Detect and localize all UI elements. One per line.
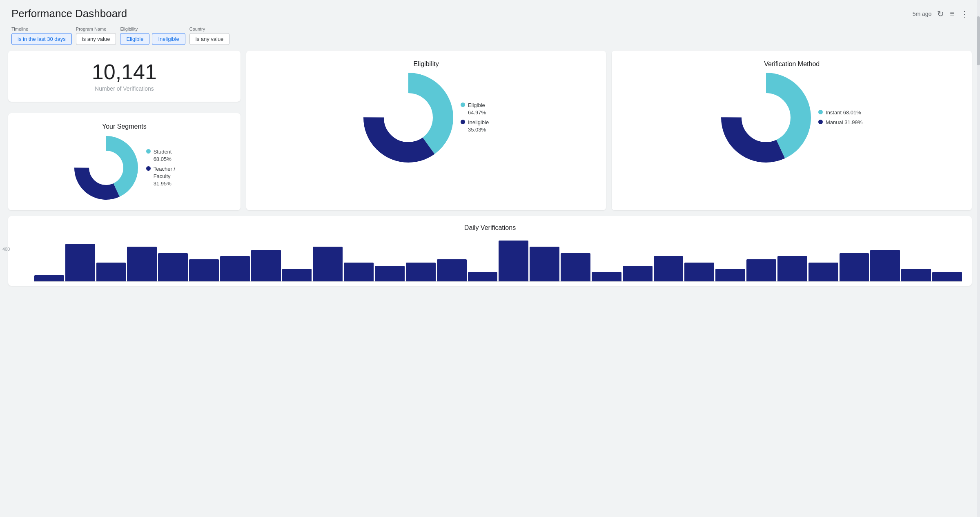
- chart-baseline: [34, 281, 962, 282]
- refresh-icon[interactable]: ↻: [937, 9, 944, 19]
- manual-dot: [818, 120, 823, 124]
- eligibility-donut-container: Eligible64.97% Ineligible35.03%: [256, 73, 597, 163]
- filters-row: Timeline is in the last 30 days Program …: [0, 23, 980, 51]
- segments-title: Your Segments: [18, 123, 231, 130]
- bar: [437, 259, 467, 281]
- instant-legend-item: Instant 68.01%: [818, 109, 862, 116]
- segments-donut: [74, 135, 139, 201]
- instant-dot: [818, 110, 823, 114]
- bar: [808, 263, 838, 281]
- timestamp-label: 5m ago: [913, 11, 932, 17]
- bar: [65, 244, 95, 281]
- bar: [530, 247, 559, 281]
- top-row: 10,141 Number of Verifications Your Segm…: [8, 51, 972, 210]
- bar: [901, 269, 931, 281]
- bar: [870, 250, 900, 281]
- bar: [561, 253, 590, 281]
- scrollbar-track: [977, 0, 980, 517]
- eligible-chip[interactable]: Eligible: [120, 33, 149, 45]
- verification-legend: Instant 68.01% Manual 31.99%: [818, 109, 862, 126]
- teacher-dot: [146, 166, 151, 171]
- ineligible-chip[interactable]: Ineligible: [152, 33, 185, 45]
- bar: [654, 256, 684, 281]
- country-label: Country: [189, 27, 230, 31]
- segments-donut-container: Student68.05% Teacher /Faculty31.95%: [18, 135, 231, 201]
- header-actions: 5m ago ↻ ≡ ⋮: [913, 9, 969, 19]
- bar: [684, 263, 714, 281]
- instant-legend-text: Instant 68.01%: [826, 109, 861, 116]
- bar: [746, 259, 776, 281]
- student-dot: [146, 149, 151, 154]
- bar: [282, 269, 312, 281]
- eligibility-card-title: Eligibility: [256, 60, 597, 68]
- verification-card-title: Verification Method: [621, 60, 962, 68]
- ineligible-legend-item: Ineligible35.03%: [461, 119, 489, 134]
- scrollbar-thumb[interactable]: [977, 16, 980, 65]
- bar: [34, 275, 64, 281]
- svg-point-8: [743, 95, 789, 140]
- bar: [499, 241, 528, 281]
- eligibility-chips: Eligible Ineligible: [120, 33, 185, 45]
- verifications-card: 10,141 Number of Verifications: [8, 51, 241, 102]
- teacher-legend-item: Teacher /Faculty31.95%: [146, 165, 175, 188]
- eligible-dot: [461, 103, 465, 107]
- bar: [592, 272, 621, 281]
- bar: [777, 256, 807, 281]
- eligible-legend-text: Eligible64.97%: [468, 102, 486, 116]
- svg-point-5: [385, 95, 431, 140]
- bar: [840, 253, 869, 281]
- chart-wrapper: 400: [18, 236, 962, 282]
- bar-chart-area: [34, 236, 962, 281]
- program-filter: Program Name is any value: [76, 27, 116, 45]
- bar: [96, 263, 126, 281]
- eligibility-filter: Eligibility Eligible Ineligible: [120, 27, 185, 45]
- bar: [344, 263, 374, 281]
- eligible-legend-item: Eligible64.97%: [461, 102, 489, 116]
- verifications-label: Number of Verifications: [18, 85, 231, 92]
- segments-card: Your Segments Student68.0: [8, 113, 241, 210]
- page-title: Performance Dashboard: [11, 7, 127, 20]
- timeline-chip[interactable]: is in the last 30 days: [11, 33, 72, 45]
- program-label: Program Name: [76, 27, 116, 31]
- bar: [406, 263, 436, 281]
- verification-donut: [721, 73, 811, 163]
- bar: [375, 266, 405, 281]
- segments-legend: Student68.05% Teacher /Faculty31.95%: [146, 148, 175, 188]
- eligibility-label: Eligibility: [120, 27, 185, 31]
- more-icon[interactable]: ⋮: [960, 9, 969, 19]
- ineligible-dot: [461, 120, 465, 124]
- bar: [313, 247, 343, 281]
- eligibility-donut: [363, 73, 453, 163]
- manual-legend-text: Manual 31.99%: [826, 119, 862, 126]
- eligibility-legend: Eligible64.97% Ineligible35.03%: [461, 102, 489, 134]
- verification-card: Verification Method Instant 68.01%: [612, 51, 972, 210]
- eligibility-card: Eligibility Eligible64.97% I: [246, 51, 606, 210]
- bar: [158, 253, 188, 281]
- bar: [127, 247, 157, 281]
- student-legend-item: Student68.05%: [146, 148, 175, 163]
- bar: [251, 250, 281, 281]
- student-legend-text: Student68.05%: [154, 148, 172, 163]
- svg-point-2: [91, 152, 122, 183]
- program-chip[interactable]: is any value: [76, 33, 116, 45]
- country-filter: Country is any value: [189, 27, 230, 45]
- daily-verifications-title: Daily Verifications: [18, 224, 962, 232]
- country-chip[interactable]: is any value: [189, 33, 230, 45]
- left-column: 10,141 Number of Verifications Your Segm…: [8, 51, 241, 210]
- y-axis-400-label: 400: [2, 247, 10, 252]
- manual-legend-item: Manual 31.99%: [818, 119, 862, 126]
- verifications-number: 10,141: [18, 60, 231, 84]
- bar: [189, 259, 219, 281]
- timeline-filter: Timeline is in the last 30 days: [11, 27, 72, 45]
- teacher-legend-text: Teacher /Faculty31.95%: [154, 165, 175, 188]
- daily-verifications-card: Daily Verifications 400: [8, 216, 972, 286]
- bar: [715, 269, 745, 281]
- page-header: Performance Dashboard 5m ago ↻ ≡ ⋮: [0, 0, 980, 23]
- filter-icon[interactable]: ≡: [950, 9, 955, 18]
- bar: [468, 272, 498, 281]
- bar: [220, 256, 250, 281]
- timeline-label: Timeline: [11, 27, 72, 31]
- main-content: 10,141 Number of Verifications Your Segm…: [0, 51, 980, 294]
- verification-donut-container: Instant 68.01% Manual 31.99%: [621, 73, 962, 163]
- ineligible-legend-text: Ineligible35.03%: [468, 119, 489, 134]
